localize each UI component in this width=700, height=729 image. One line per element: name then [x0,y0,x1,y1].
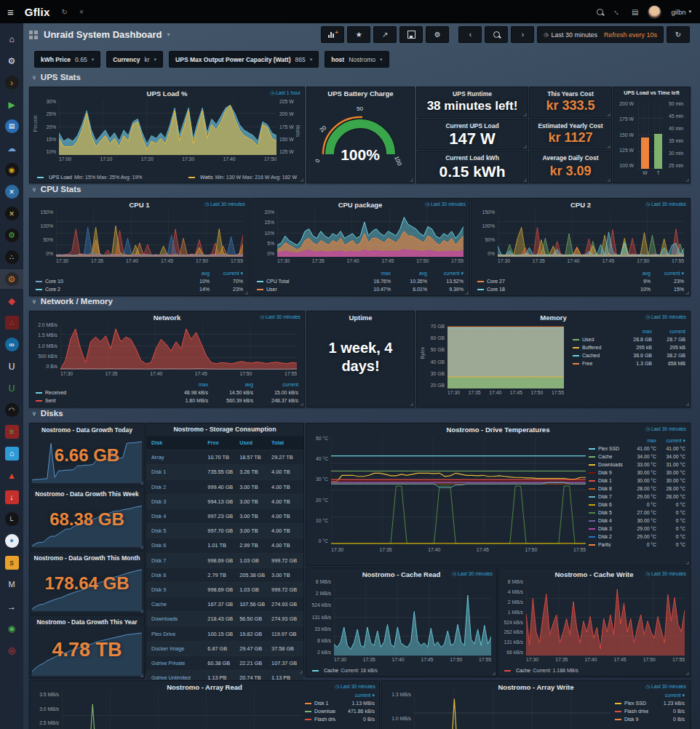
heimdall-icon[interactable]: ⌂ [5,447,19,461]
app-u-green-icon[interactable]: U [5,381,19,395]
app-hat-icon[interactable]: ◠ [5,403,19,417]
organizr-icon[interactable]: ◎ [5,643,19,657]
github-icon[interactable]: ◉ [5,621,19,635]
dashboard-grid-icon[interactable] [29,31,33,34]
row-ups-stats[interactable]: ∨UPS Stats [32,73,81,81]
app-x-dark-icon[interactable]: × [5,207,19,220]
time-back-button[interactable]: ‹ [458,26,482,43]
star-button[interactable]: ★ [347,26,370,43]
chart-array-read[interactable] [62,690,302,729]
legend[interactable]: maxavgcurrentReceived48.98 kB/s14.50 kB/… [36,381,298,405]
row-cpu-stats[interactable]: ∨CPU Stats [32,185,81,194]
cluster-icon[interactable]: ∴ [5,316,19,330]
panel-title[interactable]: Nostromo - Data Growth This Month [30,554,144,562]
share-button[interactable]: ↗ [373,26,397,43]
app-blue-icon[interactable]: ▤ [5,119,19,133]
panel-title[interactable]: Current UPS Load [417,122,528,130]
legend[interactable]: current ▾Plex SSD1.23 kB/sFlash drive0 B… [615,691,685,723]
chart-cache-read[interactable] [334,580,491,656]
panel-title[interactable]: Nostromo - Data Growth This Year [30,618,144,626]
app-status-icon[interactable]: ≡ [5,425,19,439]
sabnzbd-icon[interactable]: s [5,556,19,570]
search-icon[interactable] [597,9,603,15]
panel-title[interactable]: UPS Load % [30,89,304,97]
settings-icon[interactable]: ⚙ [5,54,19,68]
jackett-icon[interactable]: M [5,578,19,591]
panel-title[interactable]: UPS Runtime [417,90,528,97]
chart-ups-load[interactable] [59,100,277,155]
variable-host[interactable]: hostNostromo▾ [325,51,389,68]
lazylibrarian-icon[interactable]: L [5,512,19,526]
panel-title[interactable]: Average Daily Cost [530,154,611,162]
app-gear-green-icon[interactable]: ⚙ [5,228,19,242]
chart-drive-temps[interactable] [331,437,586,544]
settings-button[interactable]: ⚙ [426,26,449,43]
legend[interactable]: CacheCurrent: 1.188 MB/s [504,668,578,673]
panel-title[interactable]: Uptime [307,314,414,322]
chart-cpu-package[interactable] [277,210,464,257]
variable-currency[interactable]: Currencykr▾ [106,51,163,68]
panel-title[interactable]: Nostromo - Storage Consumption [146,426,303,433]
variable-kwh-price[interactable]: kWh Price0.65▾ [34,51,100,68]
legend[interactable]: UPS LoadMin: 15% Max: 25% Avg: 19%WattsM… [37,175,297,180]
panel-title[interactable]: This Years Cost [530,90,611,97]
time-range-picker[interactable]: ◷ Last 30 minutes Refresh every 10s [537,26,664,43]
hamburger-menu-icon[interactable]: ≡ [7,6,14,18]
user-menu[interactable]: gilbn▾ [671,8,691,16]
panel-time-range[interactable]: ◷Last 30 minutes [452,571,493,576]
legend[interactable]: current ▾Disk 11.13 MB/sDownloads471.86 … [305,691,375,723]
legend[interactable]: maxcurrentUsed28.8 GB28.7 GBBuffered295 … [573,327,685,367]
panel-time-range[interactable]: ◷Last 30 minutes [335,684,375,689]
search-app-icon[interactable]: ◉ [5,163,19,177]
time-forward-button[interactable]: › [511,26,534,43]
panel-title[interactable]: Current Load kWh [417,154,528,162]
legend[interactable]: avgcurrent ▾Core 1010%70%Core 214%23% [36,269,243,293]
panel-time-range[interactable]: ◷Last 30 minutes [204,202,245,207]
panel-time-range[interactable]: ◷Last 30 minutes [645,314,686,319]
panel-title[interactable]: Nostromo - Data Growth Today [30,426,144,434]
panels-icon[interactable]: ▤ [632,8,638,16]
bar-chart[interactable] [638,102,664,169]
legend[interactable]: avgcurrent ▾Core 279%23%Core 1810%15% [477,269,684,293]
panel-time-range[interactable]: ◷Last 30 minutes [425,202,466,207]
home-icon[interactable]: ⌂ [5,32,19,46]
panel-time-range[interactable]: ◷Last 30 minutes [260,314,301,319]
unraid-icon[interactable]: U [5,359,19,373]
panel-title[interactable]: Nostromo - Drive Temperatures [306,426,690,434]
user-avatar[interactable] [648,6,661,18]
zoom-out-button[interactable] [485,26,508,43]
panel-time-range[interactable]: ◷Last 30 minutes [645,426,686,431]
logout-icon[interactable]: → [5,599,19,613]
panel-title[interactable]: Nostromo - Data Growth This Week [30,490,144,498]
panel-time-range[interactable]: ◷Last 30 minutes [645,684,686,689]
panel-title[interactable]: Estimated Yearly Cost [530,122,611,130]
downloader-icon[interactable]: ↓ [5,490,19,504]
connections-icon[interactable]: ∴ [5,250,19,264]
add-panel-button[interactable]: + [321,26,344,43]
panel-time-range[interactable]: ◷Last 1 hour [270,90,301,95]
close-tab-icon[interactable]: × [79,8,84,16]
chart-cpu1[interactable] [56,210,243,257]
emby-icon[interactable]: ▶ [5,97,19,111]
app-drop-icon[interactable]: ● [5,534,19,548]
row-disks[interactable]: ∨Disks [32,409,63,418]
panel-time-range[interactable]: ◷Last 30 minutes [645,571,686,576]
legend[interactable]: CacheCurrent: 16 kB/s [312,668,378,673]
gitlab-icon[interactable]: ▲ [5,469,19,482]
plex-icon[interactable]: › [5,76,19,89]
legend[interactable]: maxavgcurrent ▾CPU Total16.76%10.35%13.5… [257,269,464,293]
chart-cpu2[interactable] [498,210,684,257]
fullscreen-icon[interactable]: ↔ [611,6,623,17]
unraid-settings-icon[interactable]: ⚙ [5,272,19,286]
save-button[interactable] [399,26,423,43]
legend[interactable]: maxcurrent ▾Plex SSD41.00 °C41.00 °CCach… [589,437,685,549]
title-caret-icon[interactable]: ▾ [167,31,170,38]
row-network-memory[interactable]: ∨Network / Memory [32,297,113,306]
shield-icon[interactable]: ◆ [5,294,19,308]
variable-ups-capacity[interactable]: UPS Max Output Power Capacity (Watt)865▾ [169,51,319,68]
chart-network[interactable] [60,323,297,370]
refresh-button[interactable]: ↻ [667,26,690,43]
panel-time-range[interactable]: ◷Last 30 minutes [645,202,686,207]
app-dots-icon[interactable]: ∞ [5,338,19,351]
app-logo[interactable]: Gflix [25,6,50,18]
